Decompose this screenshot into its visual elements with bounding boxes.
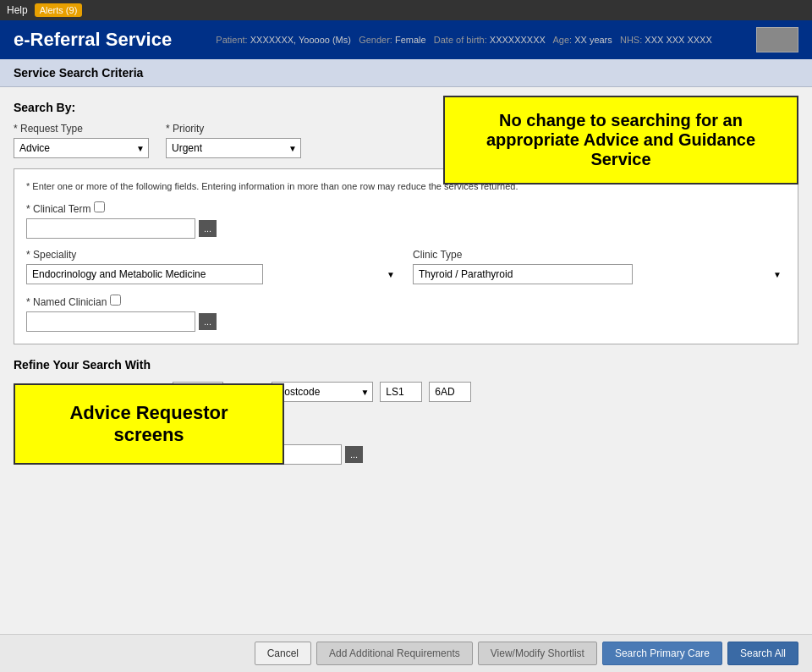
advice-requestor-box: Advice Requestor screens — [14, 383, 284, 465]
patient-suffix: (Ms) — [332, 35, 351, 45]
refine-title: Refine Your Search With — [14, 358, 798, 372]
clinic-type-group: Clinic Type Thyroid / Parathyroid Genera… — [413, 249, 786, 284]
speciality-group: * Speciality Endocrinology and Metabolic… — [26, 249, 399, 284]
speciality-select-wrapper[interactable]: Endocrinology and Metabolic Medicine Car… — [26, 264, 399, 284]
notice-text: No change to searching for an appropriat… — [486, 111, 755, 168]
dob-label: Date of birth: — [434, 35, 487, 45]
clinic-type-label: Clinic Type — [413, 249, 786, 261]
nhs-label: NHS: — [620, 35, 642, 45]
named-clinician-field-row: ... — [26, 311, 786, 332]
named-clinician-checkbox[interactable] — [110, 295, 121, 306]
named-clinician-browse-button[interactable]: ... — [199, 313, 217, 330]
patient-name: XXXXXXX, Yooooo — [250, 35, 330, 45]
alerts-badge[interactable]: Alerts (9) — [35, 3, 83, 17]
org-site-browse-button[interactable]: ... — [345, 446, 363, 463]
dob-value: XXXXXXXXX — [490, 35, 546, 45]
clinical-term-field-row: ... — [26, 218, 786, 239]
advice-requestor-text: Advice Requestor screens — [69, 402, 228, 445]
page-title: Service Search Criteria — [0, 59, 812, 87]
postcode-part2-input[interactable] — [429, 382, 471, 402]
request-type-group: * Request Type Advice Referral — [14, 123, 149, 158]
speciality-select[interactable]: Endocrinology and Metabolic Medicine Car… — [26, 264, 263, 284]
request-type-select[interactable]: Advice Referral — [14, 138, 149, 158]
request-type-select-wrapper[interactable]: Advice Referral — [14, 138, 149, 158]
clinical-term-checkbox[interactable] — [94, 201, 105, 212]
gender-value: Female — [395, 35, 426, 45]
location-type-select[interactable]: Postcode CCG Practice — [272, 382, 373, 402]
postcode-part1-input[interactable] — [380, 382, 422, 402]
request-type-label: * Request Type — [14, 123, 149, 135]
clinical-term-input[interactable] — [26, 218, 195, 239]
clinical-term-group: * Clinical Term ... — [26, 201, 786, 239]
age-value: XX years — [574, 35, 612, 45]
patient-prefix: Patient: — [216, 35, 247, 45]
clinic-type-select[interactable]: Thyroid / Parathyroid General Diabetes — [413, 264, 633, 284]
named-clinician-label: * Named Clinician — [26, 295, 786, 308]
nhs-value: XXX XXX XXXX — [645, 35, 711, 45]
priority-select-wrapper[interactable]: Urgent Routine Soon — [166, 138, 301, 158]
help-label: Help — [7, 4, 28, 16]
priority-label: * Priority — [166, 123, 301, 135]
location-type-select-wrapper[interactable]: Postcode CCG Practice — [272, 382, 373, 402]
speciality-label: * Speciality — [26, 249, 399, 261]
optional-section: * Enter one or more of the following fie… — [14, 168, 798, 344]
top-bar: Help Alerts (9) — [0, 0, 812, 20]
clinical-term-browse-button[interactable]: ... — [199, 220, 217, 237]
main-content: No change to searching for an appropriat… — [0, 87, 812, 566]
gender-label: Gender: — [359, 35, 392, 45]
named-clinician-input[interactable] — [26, 311, 195, 332]
clinical-term-label: * Clinical Term — [26, 201, 786, 215]
priority-group: * Priority Urgent Routine Soon — [166, 123, 301, 158]
speciality-clinic-row: * Speciality Endocrinology and Metabolic… — [26, 249, 786, 284]
clinic-type-select-wrapper[interactable]: Thyroid / Parathyroid General Diabetes — [413, 264, 786, 284]
patient-info: Patient: XXXXXXX, Yooooo (Ms) Gender: Fe… — [172, 35, 756, 45]
named-clinician-group: * Named Clinician ... — [26, 295, 786, 332]
app-title: e-Referral Service — [14, 29, 172, 51]
age-label: Age: — [552, 35, 572, 45]
nhs-logo — [756, 27, 798, 52]
notice-box: No change to searching for an appropriat… — [443, 96, 798, 185]
priority-select[interactable]: Urgent Routine Soon — [166, 138, 301, 158]
header: e-Referral Service Patient: XXXXXXX, Yoo… — [0, 20, 812, 59]
